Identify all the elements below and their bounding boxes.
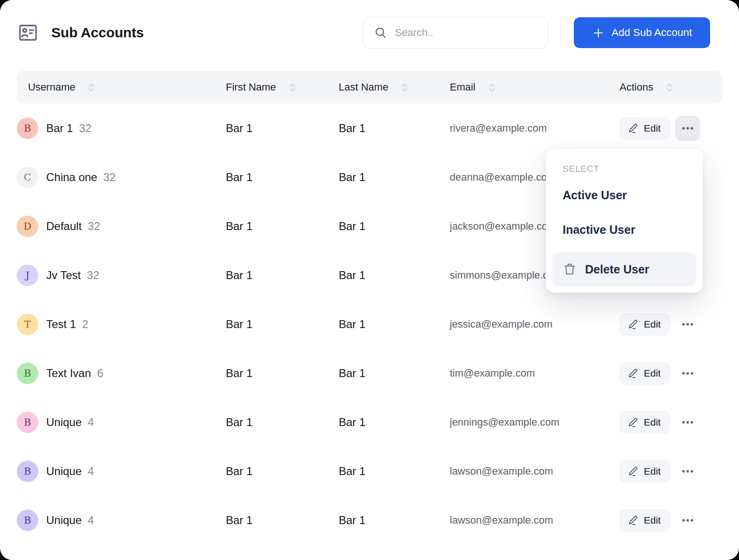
menu-item-label: Active User [563, 189, 627, 202]
ellipsis-icon [682, 518, 694, 522]
menu-item-delete-user[interactable]: Delete User [552, 252, 696, 286]
last-name: Bar 1 [337, 465, 448, 478]
actions-cell: Edit [618, 508, 722, 533]
first-name: Bar 1 [224, 367, 337, 380]
avatar: J [17, 265, 38, 286]
edit-pencil-icon [627, 368, 639, 379]
avatar: B [17, 363, 38, 384]
edit-button[interactable]: Edit [620, 509, 670, 532]
avatar: D [17, 216, 38, 237]
edit-pencil-icon [627, 466, 639, 477]
table-row: B Unique 4 Bar 1 Bar 1 jennings@example.… [17, 398, 722, 447]
username: Bar 1 [46, 122, 73, 135]
menu-item-inactive-user[interactable]: Inactive User [552, 216, 696, 243]
first-name: Bar 1 [224, 465, 337, 478]
trash-icon [563, 262, 577, 276]
avatar: T [17, 314, 38, 335]
row-menu-button[interactable] [675, 116, 700, 141]
edit-pencil-icon [627, 515, 639, 526]
table-row: B Bar 1 32 Bar 1 Bar 1 rivera@example.co… [17, 104, 722, 153]
user-count: 6 [97, 367, 103, 380]
menu-item-label: Inactive User [563, 223, 635, 237]
username: Default [46, 220, 82, 233]
user-count: 4 [88, 465, 94, 478]
email: jennings@example.com [448, 416, 618, 428]
edit-button-label: Edit [644, 319, 661, 330]
row-menu-button[interactable] [675, 459, 700, 484]
username: China one [46, 171, 97, 184]
last-name: Bar 1 [337, 171, 448, 184]
ellipsis-icon [682, 322, 694, 326]
avatar-letter: C [24, 172, 31, 183]
edit-button[interactable]: Edit [620, 460, 670, 483]
ellipsis-icon [682, 371, 694, 375]
edit-button[interactable]: Edit [620, 362, 670, 385]
user-count: 32 [103, 171, 116, 184]
last-name: Bar 1 [337, 514, 448, 527]
edit-pencil-icon [627, 417, 639, 428]
column-header-actions[interactable]: Actions [618, 81, 722, 93]
search-icon [374, 26, 388, 40]
first-name: Bar 1 [224, 416, 337, 429]
edit-button[interactable]: Edit [620, 313, 670, 336]
edit-button[interactable]: Edit [620, 411, 670, 434]
email: tim@example.com [448, 367, 618, 379]
username-cell: B Unique 4 [17, 461, 224, 482]
ellipsis-icon [682, 126, 694, 130]
column-label: Username [28, 81, 75, 93]
avatar: B [17, 412, 38, 433]
username: Text Ivan [46, 367, 91, 380]
first-name: Bar 1 [224, 514, 337, 527]
add-sub-account-button[interactable]: Add Sub Account [574, 17, 710, 48]
actions-cell: Edit [618, 459, 722, 484]
column-label: First Name [226, 81, 276, 93]
edit-pencil-icon [627, 123, 639, 134]
username-cell: B Text Ivan 6 [17, 363, 224, 384]
last-name: Bar 1 [337, 220, 448, 233]
add-sub-account-label: Add Sub Account [612, 27, 692, 39]
username: Test 1 [46, 318, 76, 331]
sort-icon [88, 82, 95, 93]
row-menu-button[interactable] [675, 361, 700, 386]
row-menu-button[interactable] [675, 410, 700, 435]
last-name: Bar 1 [337, 367, 448, 380]
avatar-letter: D [24, 221, 32, 232]
row-actions-dropdown: SELECT Active User Inactive User Delete … [546, 149, 703, 293]
email: jessica@example.com [448, 318, 618, 330]
column-header-email[interactable]: Email [448, 81, 618, 93]
username-cell: B Unique 4 [17, 412, 224, 433]
username: Unique [46, 514, 82, 527]
column-label: Last Name [339, 81, 388, 93]
menu-item-active-user[interactable]: Active User [552, 182, 696, 209]
column-label: Email [450, 81, 475, 93]
plus-icon [592, 27, 605, 39]
search-input[interactable] [395, 27, 535, 39]
table-header: Username First Name Last Name Email [17, 71, 722, 104]
column-header-first-name[interactable]: First Name [224, 81, 337, 93]
last-name: Bar 1 [337, 416, 448, 429]
username-cell: C China one 32 [17, 167, 224, 188]
avatar-letter: B [24, 368, 31, 379]
edit-button[interactable]: Edit [620, 117, 670, 140]
avatar-letter: B [24, 123, 31, 134]
avatar: B [17, 510, 38, 531]
user-count: 4 [88, 514, 94, 527]
row-menu-button[interactable] [675, 508, 700, 533]
user-count: 4 [88, 416, 94, 429]
avatar: C [17, 167, 38, 188]
user-count: 32 [79, 122, 91, 135]
row-menu-button[interactable] [675, 312, 700, 337]
user-count: 32 [87, 269, 99, 282]
last-name: Bar 1 [337, 122, 448, 135]
username: Jv Test [46, 269, 81, 282]
username-cell: T Test 1 2 [17, 314, 224, 335]
search-box[interactable] [363, 17, 548, 49]
last-name: Bar 1 [337, 318, 448, 331]
column-header-last-name[interactable]: Last Name [337, 81, 448, 93]
avatar: B [17, 461, 38, 482]
last-name: Bar 1 [337, 269, 448, 282]
column-header-username[interactable]: Username [17, 81, 224, 93]
sort-icon [289, 82, 296, 93]
first-name: Bar 1 [224, 269, 337, 282]
username-cell: B Unique 4 [17, 510, 224, 531]
